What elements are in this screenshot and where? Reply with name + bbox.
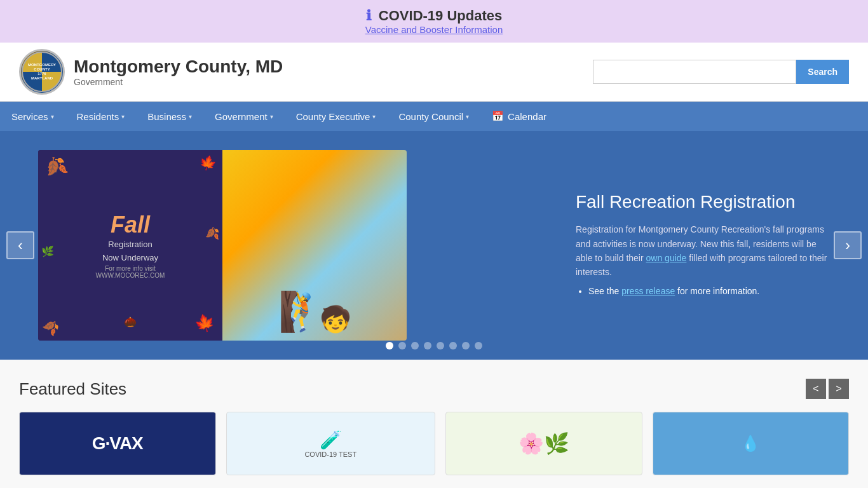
calendar-icon: 📅 <box>492 111 504 122</box>
nav-calendar[interactable]: 📅 Calendar <box>480 102 558 131</box>
logo-inner: MONTGOMERYCOUNTY1776MARYLAND <box>22 51 62 92</box>
dot-2[interactable] <box>398 342 406 349</box>
search-box: Search <box>593 60 849 84</box>
leaf-icon: 🍂 <box>205 226 219 240</box>
fall-url-label: For more info visit <box>96 265 165 272</box>
dot-6[interactable] <box>449 342 457 349</box>
hero-bullet-list: See the press release for more informati… <box>588 286 830 296</box>
hero-prev-button[interactable]: ‹ <box>6 231 34 259</box>
site-subtitle: Government <box>74 77 283 87</box>
nav-county-council[interactable]: County Council ▾ <box>387 102 480 131</box>
dot-3[interactable] <box>411 342 419 349</box>
dot-5[interactable] <box>437 342 444 349</box>
govax-label: G·VAX <box>92 433 143 454</box>
main-nav: Services ▾ Residents ▾ Business ▾ Govern… <box>0 102 868 131</box>
fall-url: WWW.MOCOREC.COM <box>96 272 165 279</box>
hero-slide-title: Fall Recreation Registration <box>576 192 830 212</box>
featured-header: Featured Sites < > <box>19 379 849 399</box>
site-title: Montgomery County, MD <box>74 57 283 77</box>
dot-4[interactable] <box>424 342 431 349</box>
featured-cards: G·VAX 🧪 COVID-19 TEST 🌸🌿 💧 <box>19 412 849 475</box>
dot-7[interactable] <box>462 342 470 349</box>
own-guide-link[interactable]: own guide <box>646 253 687 263</box>
featured-card-covid[interactable]: 🧪 COVID-19 TEST <box>226 412 436 475</box>
child-icon: 🧒 <box>320 304 351 334</box>
site-identity: Montgomery County, MD Government <box>74 57 283 87</box>
blue-label: 💧 <box>741 435 760 452</box>
chevron-down-icon: ▾ <box>51 113 54 120</box>
site-logo: MONTGOMERYCOUNTY1776MARYLAND <box>19 49 65 95</box>
search-button[interactable]: Search <box>796 60 849 84</box>
nav-services[interactable]: Services ▾ <box>0 102 65 131</box>
fall-registration: Registration Now Underway <box>96 238 165 265</box>
header: MONTGOMERYCOUNTY1776MARYLAND Montgomery … <box>0 43 868 102</box>
dot-8[interactable] <box>475 342 482 349</box>
header-search-area: Search <box>593 60 849 84</box>
nav-residents[interactable]: Residents ▾ <box>65 102 137 131</box>
featured-title: Featured Sites <box>19 379 126 399</box>
featured-nav: < > <box>806 379 849 399</box>
leaf-icon: 🌿 <box>41 245 54 257</box>
chevron-down-icon: ▾ <box>270 113 273 120</box>
hero-gym-panel: 🧗 🧒 <box>222 150 407 341</box>
hero-content: Fall Recreation Registration Registratio… <box>563 192 830 299</box>
gym-scene: 🧗 🧒 <box>222 150 407 341</box>
hero-dots <box>386 342 482 349</box>
featured-card-govax[interactable]: G·VAX <box>19 412 216 475</box>
dot-1[interactable] <box>386 342 393 349</box>
flowers-label: 🌸🌿 <box>519 431 569 456</box>
featured-card-flowers[interactable]: 🌸🌿 <box>445 412 642 475</box>
nav-business[interactable]: Business ▾ <box>136 102 203 131</box>
featured-section: Featured Sites < > G·VAX 🧪 COVID-19 TEST… <box>0 360 868 488</box>
header-logo-area: MONTGOMERYCOUNTY1776MARYLAND Montgomery … <box>19 49 283 95</box>
acorn-icon: 🌰 <box>124 316 137 328</box>
fall-title: Fall <box>96 212 165 238</box>
covid-title[interactable]: ℹ COVID-19 Updates <box>13 8 855 24</box>
hero-bullet-item: See the press release for more informati… <box>588 286 830 296</box>
covid-card-label: COVID-19 TEST <box>304 451 356 458</box>
hero-slide-body: Registration for Montgomery County Recre… <box>576 222 830 280</box>
chevron-down-icon: ▾ <box>466 113 469 120</box>
nav-government[interactable]: Government ▾ <box>203 102 285 131</box>
featured-prev-button[interactable]: < <box>806 379 826 399</box>
hero-next-button[interactable]: › <box>834 231 862 259</box>
hero-slider: ‹ 🍂 🍁 🍂 🍁 🌿 🍂 Fall Registration Now Unde… <box>0 131 868 360</box>
info-icon: ℹ <box>366 8 371 24</box>
nav-county-executive[interactable]: County Executive ▾ <box>285 102 388 131</box>
press-release-link[interactable]: press release <box>621 286 675 296</box>
hero-image: 🍂 🍁 🍂 🍁 🌿 🍂 Fall Registration Now Underw… <box>38 150 407 341</box>
featured-card-blue[interactable]: 💧 <box>653 412 850 475</box>
people-icon: 🧗 <box>278 289 326 334</box>
chevron-down-icon: ▾ <box>189 113 192 120</box>
covid-banner: ℹ COVID-19 Updates Vaccine and Booster I… <box>0 0 868 43</box>
covid-subtitle[interactable]: Vaccine and Booster Information <box>13 24 855 35</box>
search-input[interactable] <box>593 60 796 84</box>
chevron-down-icon: ▾ <box>121 113 125 120</box>
hero-fall-panel: 🍂 🍁 🍂 🍁 🌿 🍂 Fall Registration Now Underw… <box>38 150 222 341</box>
featured-next-button[interactable]: > <box>829 379 849 399</box>
chevron-down-icon: ▾ <box>372 113 376 120</box>
